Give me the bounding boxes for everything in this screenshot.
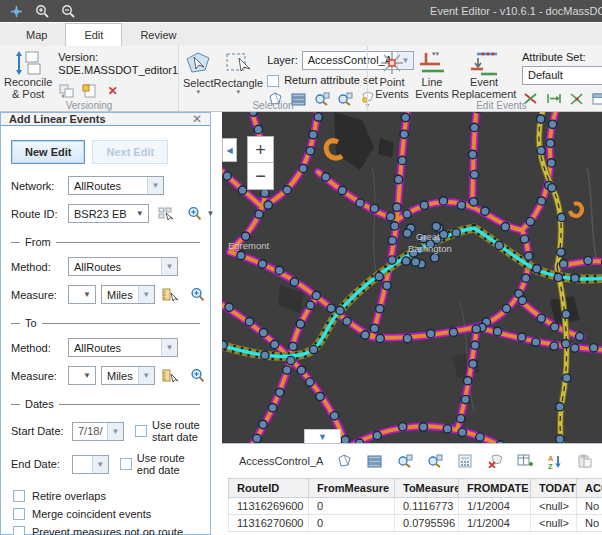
tab-map[interactable]: Map [8,25,65,46]
to-measure-combo[interactable]: ▼ [68,366,96,385]
map-zoom-out-button[interactable]: − [247,163,274,190]
point-events-button[interactable]: Point Events [372,48,412,100]
table-toolbar: AccessControl_A [222,444,602,478]
cell-access[interactable]: No [577,498,602,515]
cell-fromdate[interactable]: 1/1/2004 [459,498,531,515]
svg-text:Z: Z [548,462,553,469]
change-version-icon[interactable] [58,83,75,99]
route-id-combo[interactable]: BSR23 EB ▼ [68,204,149,223]
table-zoom-to-selected-icon[interactable] [396,453,413,470]
from-measure-combo[interactable]: ▼ [68,285,96,304]
cell-frommeasure[interactable]: 0 [309,515,395,532]
next-edit-button[interactable]: Next Edit [92,140,168,164]
cell-tomeasure[interactable]: 0.0795596 [395,515,459,532]
collapse-panel-left-button[interactable]: ◀ [222,138,237,162]
to-zoom-measure-icon[interactable] [190,368,205,384]
cell-routeid[interactable]: 11316269600 [229,498,309,515]
to-measure-on-map-icon[interactable] [162,368,178,384]
panel-close-icon[interactable]: ✕ [192,113,202,125]
to-measure-label: Measure: [11,370,63,382]
map-canvas[interactable]: EgremontGreatBarrington [222,112,602,443]
start-date-label: Start Date: [11,425,67,437]
add-linear-events-panel: Add Linear Events ✕ New Edit Next Edit N… [0,112,211,535]
col-access[interactable]: ACCESS [577,479,602,498]
cell-access[interactable]: No [577,515,602,532]
table-calculator-icon[interactable] [456,453,473,470]
to-method-combo-arrow[interactable]: ▼ [161,339,177,356]
col-tomeasure[interactable]: ToMeasure [395,479,459,498]
rectangle-button[interactable]: Rectangle ▾ [214,48,264,95]
collapse-table-panel-button[interactable]: ▼ [304,429,341,443]
col-todate[interactable]: TODATE [531,479,577,498]
table-sort-icon[interactable]: AZ [546,453,563,470]
line-events-button[interactable]: ▾▾ Line Events [412,48,452,100]
from-measure-combo-arrow[interactable]: ▼ [79,286,95,303]
use-route-start-date-checkbox[interactable] [135,425,147,437]
svg-text:▾▾: ▾▾ [432,50,440,57]
from-method-combo[interactable]: AllRoutes ▼ [68,257,178,276]
table-row[interactable]: 11316270600 0 0.0795596 1/1/2004 <null> … [229,515,602,532]
table-show-selected-rows-icon[interactable] [366,453,383,470]
attribute-table: RouteID FromMeasure ToMeasure FROMDATE T… [228,478,602,532]
select-dropdown-caret: ▾ [197,89,201,95]
end-date-combo[interactable]: ▼ [72,455,109,474]
cell-routeid[interactable]: 11316270600 [229,515,309,532]
zoom-route-caret[interactable]: ▼ [207,209,215,218]
select-route-on-map-icon[interactable] [158,206,174,222]
from-unit-combo[interactable]: Miles ▼ [101,285,155,304]
network-combo[interactable]: AllRoutes ▼ [68,176,164,195]
retire-overlaps-checkbox[interactable] [13,490,25,502]
prevent-measures-checkbox[interactable] [13,526,25,535]
table-row[interactable]: 11316269600 0 0.1116773 1/1/2004 <null> … [229,498,602,515]
to-method-combo[interactable]: AllRoutes ▼ [68,338,178,357]
return-attribute-set-label: Return attribute set [284,74,378,87]
network-combo-arrow[interactable]: ▼ [147,177,163,194]
merge-coincident-events-checkbox[interactable] [13,508,25,520]
delete-version-icon[interactable]: ✕ [104,83,121,99]
tab-edit[interactable]: Edit [65,23,122,46]
col-frommeasure[interactable]: FromMeasure [309,479,395,498]
map-view[interactable]: EgremontGreatBarrington ◀ + − ▼ [222,112,602,443]
from-method-combo-arrow[interactable]: ▼ [161,258,177,275]
to-measure-combo-arrow[interactable]: ▼ [79,367,95,384]
table-add-records-icon[interactable] [516,453,533,470]
retire-overlaps-label: Retire overlaps [32,490,106,502]
tab-review[interactable]: Review [122,25,194,46]
table-clear-selection-icon[interactable] [486,453,503,470]
zoom-to-route-icon[interactable] [187,206,202,222]
cell-todate[interactable]: <null> [531,498,577,515]
versioning-group: Reconcile & Post Version: SDE.MASSDOT_ed… [0,46,178,111]
col-fromdate[interactable]: FROMDATE [459,479,531,498]
cell-todate[interactable]: <null> [531,515,577,532]
end-date-combo-arrow[interactable]: ▼ [92,456,108,473]
cell-fromdate[interactable]: 1/1/2004 [459,515,531,532]
use-route-end-date-checkbox[interactable] [120,458,132,470]
table-layer-name[interactable]: AccessControl_A [239,455,323,467]
select-button[interactable]: Select ▾ [183,48,214,95]
new-version-icon[interactable] [81,83,98,99]
event-replacement-button[interactable]: Event Replacement [452,48,516,100]
svg-text:Egremont: Egremont [228,240,270,251]
reconcile-post-button[interactable]: Reconcile & Post [4,48,52,100]
panel-gutter [211,112,222,535]
start-date-combo-arrow[interactable]: ▼ [107,423,123,440]
attribute-set-combo[interactable]: Default ▼ [522,66,602,85]
from-zoom-measure-icon[interactable] [190,287,205,303]
cell-tomeasure[interactable]: 0.1116773 [395,498,459,515]
to-unit-combo-arrow[interactable]: ▼ [138,367,154,384]
start-date-combo[interactable]: 7/18/ ▼ [72,422,124,441]
route-id-combo-arrow[interactable]: ▼ [132,205,148,222]
table-paste-icon[interactable] [576,453,593,470]
to-unit-combo[interactable]: Miles ▼ [101,366,155,385]
new-edit-button[interactable]: New Edit [11,140,85,164]
from-unit-combo-arrow[interactable]: ▼ [138,286,154,303]
svg-text:Barrington: Barrington [408,243,452,254]
from-measure-on-map-icon[interactable] [162,287,178,303]
map-zoom-in-button[interactable]: + [247,136,274,163]
table-select-features-icon[interactable] [336,453,353,470]
cell-frommeasure[interactable]: 0 [309,498,395,515]
return-attribute-set-checkbox[interactable] [267,75,279,87]
table-pan-to-selected-icon[interactable] [426,453,443,470]
col-routeid[interactable]: RouteID [229,479,309,498]
attribute-set-label: Attribute Set: [522,51,602,64]
